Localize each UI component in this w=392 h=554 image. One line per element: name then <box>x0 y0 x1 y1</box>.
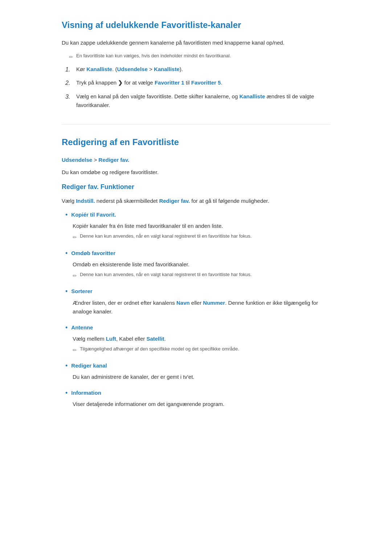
subsection: Rediger fav. Funktioner Vælg Indstill. n… <box>62 182 330 409</box>
pencil-icon-3: ✏ <box>73 272 77 280</box>
section1-note: ✏ En favoritliste kan kun vælges, hvis d… <box>69 52 330 61</box>
bullet-dot-4: • <box>65 323 68 332</box>
bullet-label-3: Sorterer <box>71 287 92 296</box>
subsection-title: Rediger fav. Funktioner <box>62 182 330 192</box>
step-1-number: 1. <box>65 65 73 74</box>
section1-intro: Du kan zappe udelukkende gennem kanalern… <box>62 38 330 47</box>
step-1: 1. Kør Kanalliste. (Udsendelse > Kanalli… <box>65 65 330 74</box>
bullet-item-6: • Information Viser detaljerede informat… <box>65 389 330 409</box>
indstill-link[interactable]: Indstill. <box>76 198 95 204</box>
bullet-row-1: • Kopiér til Favorit. <box>65 210 330 219</box>
luft-link[interactable]: Luft <box>106 336 116 342</box>
bullet-row-6: • Information <box>65 389 330 398</box>
bullet-row-5: • Rediger kanal <box>65 361 330 370</box>
bullet-label-5: Rediger kanal <box>71 361 107 370</box>
bullet-label-4: Antenne <box>71 323 93 332</box>
breadcrumb-arrow: > <box>94 157 98 163</box>
bullet-note-4: ✏ Tilgængelighed afhænger af den specifi… <box>73 345 330 354</box>
rediger-fav-link-1[interactable]: Rediger fav. <box>98 157 129 163</box>
pencil-icon-4: ✏ <box>73 346 77 354</box>
udsendelse-link-2[interactable]: Udsendelse <box>62 157 92 163</box>
subsection-intro: Vælg Indstill. nederst på skærmbilledet … <box>62 197 330 205</box>
bullet-dot-5: • <box>65 361 68 370</box>
step-2: 2. Tryk på knappen ❯ for at vælge Favori… <box>65 78 330 88</box>
udsendelse-link-1[interactable]: Udsendelse <box>117 66 148 72</box>
kanalliste-link-2[interactable]: Kanalliste <box>154 66 180 72</box>
nummer-link[interactable]: Nummer <box>203 300 225 306</box>
kanalliste-link-1[interactable]: Kanalliste <box>86 66 112 72</box>
satellit-link[interactable]: Satellit <box>146 336 164 342</box>
bullet-desc-3: Ændrer listen, der er ordnet efter kanal… <box>73 299 330 316</box>
bullet-list: • Kopiér til Favorit. Kopiér kanaler fra… <box>65 210 330 409</box>
bullet-dot-6: • <box>65 389 68 398</box>
section1-note-text: En favoritliste kan kun vælges, hvis den… <box>76 52 231 60</box>
bullet-dot-1: • <box>65 210 68 219</box>
section1: Visning af udelukkende Favoritliste-kana… <box>62 18 330 110</box>
bullet-label-2: Omdøb favoritter <box>71 249 115 258</box>
bullet-desc-1: Kopiér kanaler fra én liste med favoritk… <box>73 222 330 230</box>
section2: Redigering af en Favoritliste Udsendelse… <box>62 135 330 409</box>
pencil-icon-2: ✏ <box>73 233 77 241</box>
bullet-dot-3: • <box>65 287 68 296</box>
chevron-icon: ❯ <box>118 79 123 86</box>
navn-link[interactable]: Navn <box>176 300 190 306</box>
section2-title: Redigering af en Favoritliste <box>62 135 330 149</box>
kanalliste-link-3[interactable]: Kanalliste <box>239 93 265 99</box>
bullet-note-1: ✏ Denne kan kun anvendes, når en valgt k… <box>73 233 330 241</box>
pencil-icon-1: ✏ <box>69 53 73 61</box>
page-container: Visning af udelukkende Favoritliste-kana… <box>33 0 359 452</box>
favoritter5-link[interactable]: Favoritter 5 <box>191 79 221 86</box>
step-3: 3. Vælg en kanal på den valgte favoritli… <box>65 92 330 110</box>
bullet-row-2: • Omdøb favoritter <box>65 249 330 258</box>
favoritter1-link[interactable]: Favoritter 1 <box>155 79 184 86</box>
breadcrumb: Udsendelse > Rediger fav. <box>62 156 330 164</box>
step-1-content: Kør Kanalliste. (Udsendelse > Kanalliste… <box>76 65 183 74</box>
bullet-row-3: • Sorterer <box>65 287 330 296</box>
rediger-fav-link-2[interactable]: Rediger fav. <box>159 198 190 204</box>
bullet-note-2: ✏ Denne kan kun anvendes, når en valgt k… <box>73 271 330 280</box>
bullet-desc-6: Viser detaljerede informationer om det i… <box>73 400 330 409</box>
bullet-item-5: • Rediger kanal Du kan administrere de k… <box>65 361 330 381</box>
section-divider <box>62 124 330 124</box>
bullet-item-2: • Omdøb favoritter Omdøb en eksisterende… <box>65 249 330 280</box>
bullet-dot-2: • <box>65 249 68 258</box>
bullet-desc-4: Vælg mellem Luft, Kabel eller Satellit. <box>73 335 330 343</box>
section2-breadcrumb-desc: Du kan omdøbe og redigere favoritlister. <box>62 168 330 177</box>
bullet-desc-2: Omdøb en eksisterende liste med favoritk… <box>73 260 330 269</box>
bullet-row-4: • Antenne <box>65 323 330 332</box>
bullet-note-text-1: Denne kan kun anvendes, når en valgt kan… <box>80 233 252 240</box>
bullet-desc-5: Du kan administrere de kanaler, der er g… <box>73 373 330 381</box>
bullet-item-3: • Sorterer Ændrer listen, der er ordnet … <box>65 287 330 316</box>
bullet-item-4: • Antenne Vælg mellem Luft, Kabel eller … <box>65 323 330 354</box>
bullet-note-text-2: Denne kan kun anvendes, når en valgt kan… <box>80 271 252 279</box>
section1-steps: 1. Kør Kanalliste. (Udsendelse > Kanalli… <box>65 65 330 110</box>
step-3-number: 3. <box>65 92 73 102</box>
bullet-label-1: Kopiér til Favorit. <box>71 210 116 219</box>
bullet-label-6: Information <box>71 389 101 397</box>
step-3-content: Vælg en kanal på den valgte favoritliste… <box>76 92 330 110</box>
bullet-note-text-4: Tilgængelighed afhænger af den specifikk… <box>80 345 239 353</box>
step-2-content: Tryk på knappen ❯ for at vælge Favoritte… <box>76 78 222 87</box>
bullet-item-1: • Kopiér til Favorit. Kopiér kanaler fra… <box>65 210 330 242</box>
section1-title: Visning af udelukkende Favoritliste-kana… <box>62 18 330 32</box>
step-2-number: 2. <box>65 78 73 88</box>
